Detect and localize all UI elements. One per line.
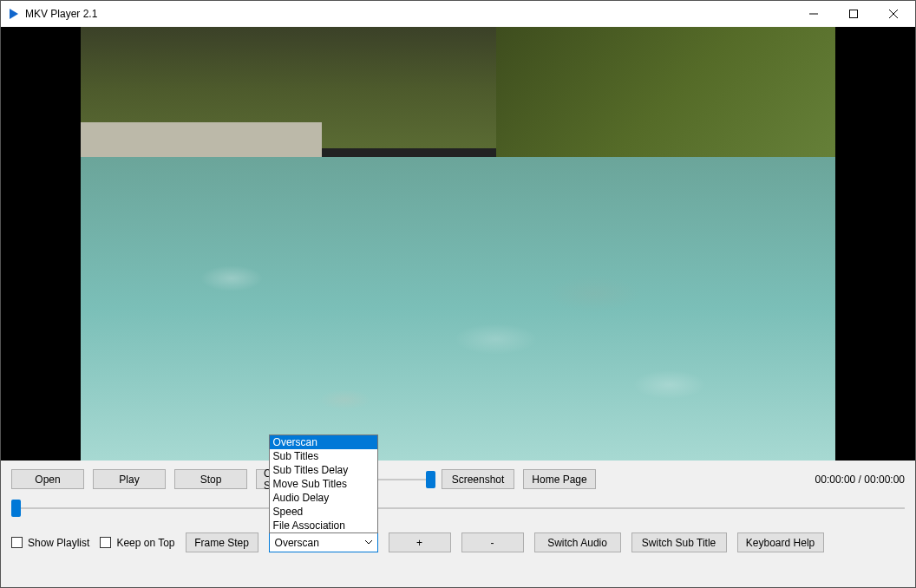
combo-selected: Overscan xyxy=(275,537,319,549)
home-page-button[interactable]: Home Page xyxy=(523,469,596,489)
show-playlist-checkbox[interactable]: Show Playlist xyxy=(11,537,89,549)
seek-thumb[interactable] xyxy=(11,500,21,517)
svg-marker-0 xyxy=(10,9,18,19)
seek-track xyxy=(11,507,905,509)
checkbox-icon xyxy=(11,537,23,548)
open-button[interactable]: Open xyxy=(11,469,84,489)
controls-panel: Open Play Stop Change Skin Screenshot Ho… xyxy=(1,461,915,587)
close-button[interactable] xyxy=(873,1,913,27)
minus-button[interactable]: - xyxy=(461,532,524,552)
time-counter: 00:00:00 / 00:00:00 xyxy=(815,474,905,486)
switch-audio-button[interactable]: Switch Audio xyxy=(534,532,621,552)
video-area[interactable] xyxy=(1,27,915,461)
options-dropdown: Overscan Sub Titles Sub Titles Delay Mov… xyxy=(269,434,378,533)
switch-subtitle-button[interactable]: Switch Sub Title xyxy=(631,532,727,552)
options-combo[interactable]: Overscan Overscan Sub Titles Sub Titles … xyxy=(269,532,378,552)
option-move-subtitles[interactable]: Move Sub Titles xyxy=(270,477,377,491)
option-speed[interactable]: Speed xyxy=(270,505,377,519)
option-audio-delay[interactable]: Audio Delay xyxy=(270,491,377,505)
option-subtitles-delay[interactable]: Sub Titles Delay xyxy=(270,463,377,477)
stop-button[interactable]: Stop xyxy=(174,469,247,489)
option-file-association[interactable]: File Association xyxy=(270,519,377,532)
maximize-button[interactable] xyxy=(834,1,873,27)
screenshot-button[interactable]: Screenshot xyxy=(442,469,514,489)
chevron-down-icon xyxy=(363,537,374,550)
window-title: MKV Player 2.1 xyxy=(25,8,97,20)
video-frame xyxy=(81,27,835,461)
option-overscan[interactable]: Overscan xyxy=(270,435,377,449)
seek-slider[interactable] xyxy=(11,500,905,517)
minimize-button[interactable] xyxy=(794,1,834,27)
keep-on-top-checkbox[interactable]: Keep on Top xyxy=(100,537,174,549)
keep-on-top-label: Keep on Top xyxy=(116,537,174,549)
time-total: 00:00:00 xyxy=(864,474,905,486)
app-icon xyxy=(8,8,20,20)
time-sep: / xyxy=(855,474,864,486)
show-playlist-label: Show Playlist xyxy=(28,537,89,549)
plus-button[interactable]: + xyxy=(389,532,451,552)
svg-rect-2 xyxy=(850,10,858,18)
volume-thumb[interactable] xyxy=(426,471,435,488)
time-current: 00:00:00 xyxy=(815,474,856,486)
frame-step-button[interactable]: Frame Step xyxy=(186,532,258,552)
titlebar: MKV Player 2.1 xyxy=(1,1,915,27)
play-button[interactable]: Play xyxy=(93,469,166,489)
app-window: MKV Player 2.1 Open Play Stop Change Ski… xyxy=(0,0,916,588)
option-subtitles[interactable]: Sub Titles xyxy=(270,449,377,463)
keyboard-help-button[interactable]: Keyboard Help xyxy=(737,532,824,552)
checkbox-icon xyxy=(100,537,111,548)
